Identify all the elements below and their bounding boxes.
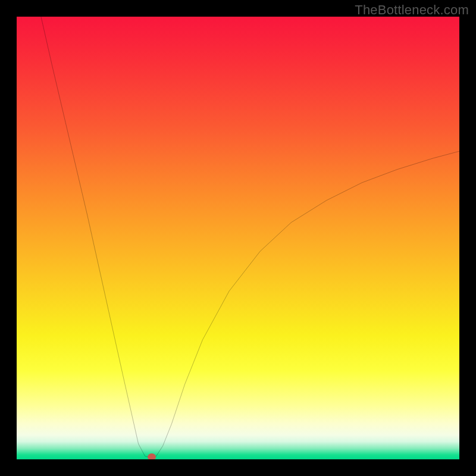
chart-plot-area (17, 17, 459, 459)
bottleneck-curve-path (41, 17, 459, 457)
chart-marker-dot (148, 453, 156, 459)
watermark-text: TheBottleneck.com (355, 2, 469, 18)
chart-curve-svg (17, 17, 459, 459)
